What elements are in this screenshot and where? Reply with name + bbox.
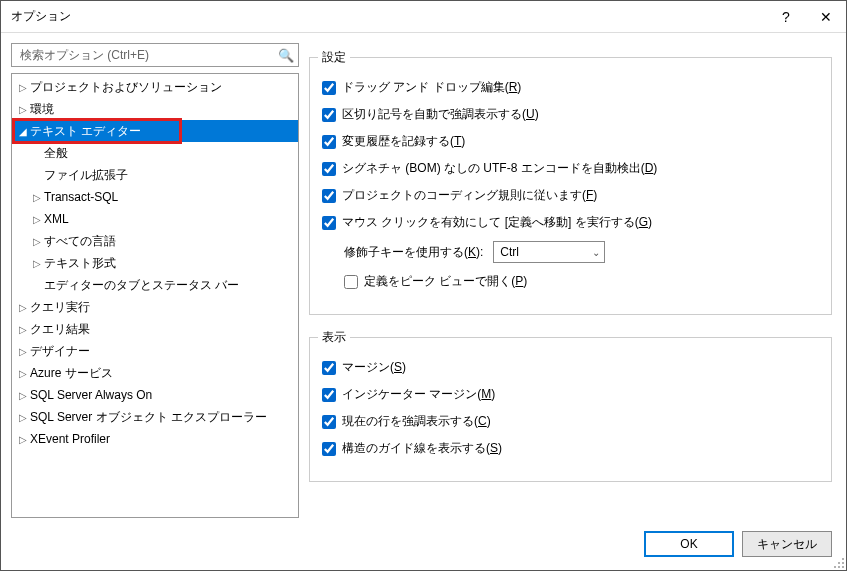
left-panel: 🔍 ▷プロジェクトおよびソリューション▷環境◢テキスト エディター全般ファイル拡… [11, 43, 299, 518]
arrow-closed-icon: ▷ [16, 82, 30, 93]
svg-point-4 [838, 566, 840, 568]
svg-point-2 [842, 562, 844, 564]
tree-item-label: すべての言語 [44, 233, 116, 250]
display-option-row: マージン(S) [322, 359, 819, 376]
tree-item-label: クエリ実行 [30, 299, 90, 316]
display-option-label: 構造のガイド線を表示する(S) [342, 440, 502, 457]
tree-item-label: XEvent Profiler [30, 432, 110, 446]
tree-item[interactable]: ▷Azure サービス [12, 362, 298, 384]
search-box[interactable]: 🔍 [11, 43, 299, 67]
display-option-checkbox[interactable] [322, 388, 336, 402]
svg-point-5 [842, 566, 844, 568]
options-tree[interactable]: ▷プロジェクトおよびソリューション▷環境◢テキスト エディター全般ファイル拡張子… [11, 73, 299, 518]
arrow-closed-icon: ▷ [16, 324, 30, 335]
tree-item[interactable]: ▷すべての言語 [12, 230, 298, 252]
settings-option-label: 区切り記号を自動で強調表示する(U) [342, 106, 539, 123]
settings-option-checkbox[interactable] [322, 135, 336, 149]
arrow-closed-icon: ▷ [30, 236, 44, 247]
tree-item-label: Transact-SQL [44, 190, 118, 204]
settings-option-checkbox[interactable] [322, 189, 336, 203]
tree-item-label: SQL Server オブジェクト エクスプローラー [30, 409, 267, 426]
display-option-label: マージン(S) [342, 359, 406, 376]
tree-item[interactable]: ▷環境 [12, 98, 298, 120]
right-panel: 設定 ドラッグ アンド ドロップ編集(R)区切り記号を自動で強調表示する(U)変… [309, 43, 832, 518]
display-option-checkbox[interactable] [322, 361, 336, 375]
peek-definition-label: 定義をピーク ビューで開く(P) [364, 273, 527, 290]
tree-item[interactable]: ▷プロジェクトおよびソリューション [12, 76, 298, 98]
tree-item[interactable]: ▷テキスト形式 [12, 252, 298, 274]
arrow-closed-icon: ▷ [16, 104, 30, 115]
tree-item-label: クエリ結果 [30, 321, 90, 338]
tree-item-label: テキスト エディター [30, 123, 141, 140]
tree-item[interactable]: ▷デザイナー [12, 340, 298, 362]
settings-option-label: ドラッグ アンド ドロップ編集(R) [342, 79, 521, 96]
help-button[interactable]: ? [766, 1, 806, 33]
peek-definition-checkbox[interactable] [344, 275, 358, 289]
arrow-closed-icon: ▷ [16, 302, 30, 313]
tree-item-label: プロジェクトおよびソリューション [30, 79, 222, 96]
display-option-label: 現在の行を強調表示する(C) [342, 413, 491, 430]
tree-item[interactable]: ▷SQL Server Always On [12, 384, 298, 406]
svg-point-1 [838, 562, 840, 564]
settings-option-row: プロジェクトのコーディング規則に従います(F) [322, 187, 819, 204]
svg-point-0 [842, 558, 844, 560]
display-legend: 表示 [318, 329, 350, 346]
modifier-key-combo[interactable]: Ctrl ⌄ [493, 241, 605, 263]
modifier-key-row: 修飾子キーを使用する(K): Ctrl ⌄ [344, 241, 819, 263]
tree-item[interactable]: ▷SQL Server オブジェクト エクスプローラー [12, 406, 298, 428]
settings-option-row: マウス クリックを有効にして [定義へ移動] を実行する(G) [322, 214, 819, 231]
peek-definition-row: 定義をピーク ビューで開く(P) [344, 273, 819, 290]
dialog-footer: OK キャンセル [1, 518, 846, 570]
tree-item-label: エディターのタブとステータス バー [44, 277, 239, 294]
settings-option-label: マウス クリックを有効にして [定義へ移動] を実行する(G) [342, 214, 652, 231]
tree-item-label: 環境 [30, 101, 54, 118]
tree-item-label: Azure サービス [30, 365, 113, 382]
close-button[interactable]: ✕ [806, 1, 846, 33]
chevron-down-icon: ⌄ [592, 247, 600, 258]
modifier-key-value: Ctrl [500, 245, 519, 259]
display-option-checkbox[interactable] [322, 415, 336, 429]
resize-grip-icon[interactable] [833, 557, 845, 569]
tree-item[interactable]: ▷クエリ結果 [12, 318, 298, 340]
arrow-closed-icon: ▷ [16, 390, 30, 401]
settings-option-label: 変更履歴を記録する(T) [342, 133, 465, 150]
display-group: 表示 マージン(S)インジケーター マージン(M)現在の行を強調表示する(C)構… [309, 337, 832, 482]
arrow-closed-icon: ▷ [16, 368, 30, 379]
tree-item-label: XML [44, 212, 69, 226]
arrow-closed-icon: ▷ [30, 258, 44, 269]
tree-item[interactable]: ◢テキスト エディター [12, 120, 298, 142]
ok-button[interactable]: OK [644, 531, 734, 557]
tree-item[interactable]: 全般 [12, 142, 298, 164]
tree-item[interactable]: ファイル拡張子 [12, 164, 298, 186]
search-input[interactable] [18, 47, 278, 63]
tree-item[interactable]: ▷クエリ実行 [12, 296, 298, 318]
tree-item-label: デザイナー [30, 343, 90, 360]
tree-item[interactable]: エディターのタブとステータス バー [12, 274, 298, 296]
display-option-row: 現在の行を強調表示する(C) [322, 413, 819, 430]
arrow-closed-icon: ▷ [30, 192, 44, 203]
display-option-checkbox[interactable] [322, 442, 336, 456]
arrow-closed-icon: ▷ [30, 214, 44, 225]
titlebar: オプション ? ✕ [1, 1, 846, 33]
tree-item-label: テキスト形式 [44, 255, 116, 272]
settings-option-checkbox[interactable] [322, 108, 336, 122]
settings-option-checkbox[interactable] [322, 216, 336, 230]
tree-item[interactable]: ▷XML [12, 208, 298, 230]
search-icon: 🔍 [278, 48, 294, 63]
tree-item-label: SQL Server Always On [30, 388, 152, 402]
tree-item[interactable]: ▷XEvent Profiler [12, 428, 298, 450]
settings-option-label: シグネチャ (BOM) なしの UTF-8 エンコードを自動検出(D) [342, 160, 657, 177]
settings-legend: 設定 [318, 49, 350, 66]
content-area: 🔍 ▷プロジェクトおよびソリューション▷環境◢テキスト エディター全般ファイル拡… [1, 33, 846, 518]
cancel-button[interactable]: キャンセル [742, 531, 832, 557]
display-option-row: 構造のガイド線を表示する(S) [322, 440, 819, 457]
settings-option-row: 区切り記号を自動で強調表示する(U) [322, 106, 819, 123]
settings-option-row: シグネチャ (BOM) なしの UTF-8 エンコードを自動検出(D) [322, 160, 819, 177]
settings-option-checkbox[interactable] [322, 81, 336, 95]
arrow-open-icon: ◢ [16, 126, 30, 137]
tree-item[interactable]: ▷Transact-SQL [12, 186, 298, 208]
settings-group: 設定 ドラッグ アンド ドロップ編集(R)区切り記号を自動で強調表示する(U)変… [309, 57, 832, 315]
tree-item-label: 全般 [44, 145, 68, 162]
svg-point-3 [834, 566, 836, 568]
settings-option-checkbox[interactable] [322, 162, 336, 176]
